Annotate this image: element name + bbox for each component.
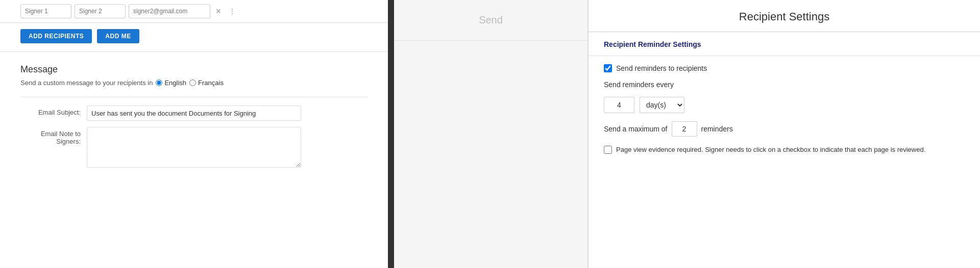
english-radio[interactable] <box>156 79 162 86</box>
francais-label: Français <box>198 79 224 87</box>
remove-recipient-button[interactable]: ✕ <box>213 6 224 16</box>
message-title: Message <box>20 64 368 75</box>
message-section: Message Send a custom message to your re… <box>0 52 388 268</box>
english-label: English <box>164 79 186 87</box>
email-note-row: Email Note to Signers: <box>20 127 368 168</box>
title-divider <box>589 32 980 32</box>
francais-radio[interactable] <box>189 79 196 86</box>
recipient-input-group: ✕ ⋮ <box>20 4 368 18</box>
email-subject-row: Email Subject: <box>20 105 368 121</box>
interval-unit-select[interactable]: day(s) week(s) <box>640 97 684 113</box>
send-every-label: Send reminders every <box>604 81 674 89</box>
english-radio-label[interactable]: English <box>156 79 186 87</box>
settings-recipient-button[interactable]: ⋮ <box>227 6 238 16</box>
email-note-label: Email Note to Signers: <box>20 127 87 145</box>
max-reminders-suffix: reminders <box>701 125 733 133</box>
email-subject-label: Email Subject: <box>20 105 87 116</box>
send-reminders-label[interactable]: Send reminders to recipients <box>616 64 707 72</box>
reminder-interval-input[interactable] <box>604 97 634 113</box>
message-divider <box>20 97 368 97</box>
add-recipients-button[interactable]: ADD RECIPIENTS <box>20 29 92 43</box>
panel-divider <box>388 0 394 268</box>
max-reminders-input[interactable] <box>672 121 697 137</box>
email-note-textarea[interactable] <box>87 127 301 168</box>
recipient-email-input[interactable] <box>129 4 210 18</box>
right-panel: Recipient Settings Recipient Reminder Se… <box>588 0 980 268</box>
recipient-settings-title: Recipient Settings <box>589 0 980 32</box>
center-panel: Send <box>394 0 588 268</box>
max-reminders-row: Send a maximum of reminders <box>589 121 980 145</box>
max-reminders-prefix: Send a maximum of <box>604 125 668 133</box>
send-reminders-row: Send reminders to recipients <box>589 64 980 81</box>
language-row: Send a custom message to your recipients… <box>20 79 368 87</box>
reminder-controls-row: day(s) week(s) <box>589 97 980 121</box>
recipients-row: ✕ ⋮ <box>0 0 388 23</box>
add-me-button[interactable]: ADD ME <box>97 29 139 43</box>
reminder-section-title: Recipient Reminder Settings <box>589 40 980 56</box>
left-panel: ✕ ⋮ ADD RECIPIENTS ADD ME Message Send a… <box>0 0 388 268</box>
center-content <box>394 41 587 268</box>
email-subject-input[interactable] <box>87 105 301 121</box>
page-view-row: Page view evidence required. Signer need… <box>589 145 980 161</box>
section-divider <box>589 56 980 56</box>
send-label: Send <box>479 14 503 26</box>
page-view-checkbox[interactable] <box>604 146 612 154</box>
francais-radio-label[interactable]: Français <box>189 79 224 87</box>
reminder-interval-row: Send reminders every <box>589 81 980 97</box>
recipient-role-input[interactable] <box>75 4 126 18</box>
recipient-name-input[interactable] <box>20 4 71 18</box>
language-description: Send a custom message to your recipients… <box>20 79 153 87</box>
buttons-row: ADD RECIPIENTS ADD ME <box>0 23 388 52</box>
send-reminders-checkbox[interactable] <box>604 64 612 72</box>
page-view-label[interactable]: Page view evidence required. Signer need… <box>616 145 925 155</box>
send-area: Send <box>394 0 587 41</box>
